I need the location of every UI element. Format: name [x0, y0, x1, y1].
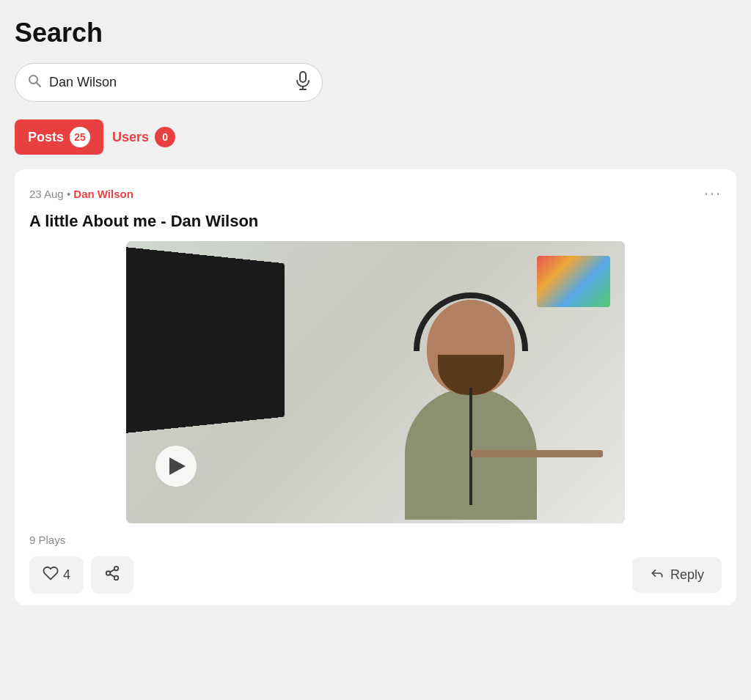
post-card: 23 Aug • Dan Wilson ··· A little About m… [15, 169, 736, 605]
tab-posts[interactable]: Posts 25 [15, 119, 103, 155]
share-button[interactable] [91, 556, 133, 594]
tab-posts-badge: 25 [70, 127, 90, 147]
share-icon [104, 565, 120, 585]
person-element [376, 300, 566, 523]
heart-icon [43, 565, 59, 585]
tab-posts-label: Posts [28, 130, 64, 145]
reply-button[interactable]: Reply [632, 557, 722, 593]
tabs-bar: Posts 25 Users 0 [15, 119, 736, 155]
play-triangle-icon [169, 457, 186, 475]
like-button[interactable]: 4 [29, 556, 84, 594]
search-input[interactable] [49, 75, 290, 90]
video-thumbnail[interactable] [126, 241, 625, 523]
more-options-button[interactable]: ··· [704, 184, 722, 203]
page-title: Search [15, 18, 736, 48]
reply-label: Reply [670, 567, 704, 583]
shelf [471, 450, 603, 457]
svg-line-8 [110, 574, 114, 577]
svg-rect-2 [300, 72, 306, 82]
post-actions: 4 R [29, 556, 722, 594]
tab-users-badge: 0 [155, 127, 175, 147]
post-meta: 23 Aug • Dan Wilson ··· [29, 184, 722, 203]
svg-line-1 [37, 83, 40, 86]
search-bar [15, 63, 323, 102]
action-left: 4 [29, 556, 133, 594]
tab-users[interactable]: Users 0 [112, 127, 175, 147]
post-meta-left: 23 Aug • Dan Wilson [29, 188, 133, 200]
post-date: 23 Aug [29, 188, 64, 200]
tab-users-label: Users [112, 130, 149, 145]
reply-icon [650, 566, 664, 584]
plays-count: 9 Plays [29, 534, 722, 546]
play-button[interactable] [155, 446, 197, 487]
post-bullet: • [67, 188, 70, 200]
likes-count: 4 [63, 567, 70, 583]
mic-icon[interactable] [296, 71, 310, 94]
svg-line-9 [110, 570, 114, 572]
monitor-element [126, 246, 285, 433]
post-author[interactable]: Dan Wilson [73, 188, 133, 200]
search-icon [27, 73, 42, 92]
wall-art [537, 256, 610, 307]
post-title: A little About me - Dan Wilson [29, 212, 722, 231]
